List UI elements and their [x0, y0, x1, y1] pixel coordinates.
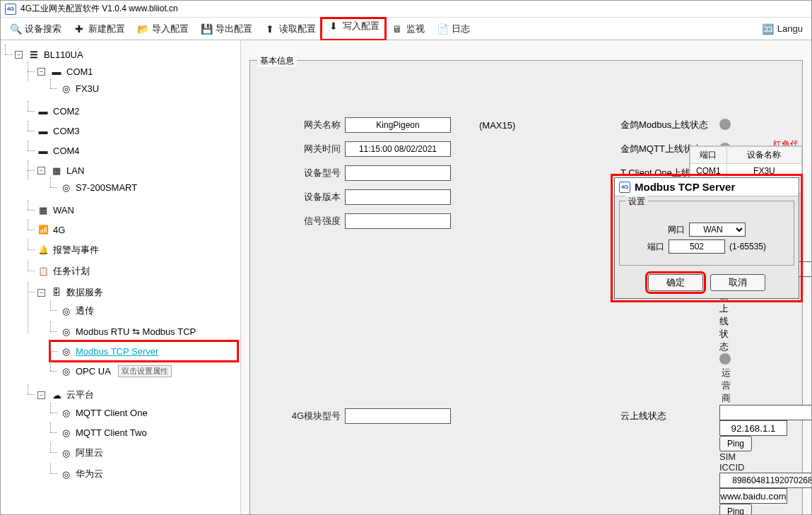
search-icon: 🔍	[9, 23, 22, 35]
export-config-button[interactable]: 💾 导出配置	[194, 20, 258, 38]
tree-aliyun[interactable]: 阿里云	[59, 445, 237, 461]
expander-icon[interactable]: −	[37, 68, 45, 76]
tree-root[interactable]: − BL110UA	[13, 47, 237, 61]
search-devices-button[interactable]: 🔍 设备搜索	[4, 20, 67, 38]
log-icon: 📄	[436, 23, 449, 35]
tree-fx3u[interactable]: FX3U	[59, 81, 237, 95]
status-label-cloud2: 云上线状态	[620, 410, 719, 422]
cancel-button[interactable]: 取消	[710, 274, 765, 291]
tree-task[interactable]: 任务计划	[36, 264, 237, 279]
port-input[interactable]	[669, 239, 725, 254]
service-icon	[60, 345, 71, 357]
tree-com4[interactable]: COM4	[36, 143, 237, 158]
label-iccid: SIM ICCID	[719, 451, 735, 473]
device-icon	[60, 182, 71, 193]
new-icon: ✚	[73, 23, 86, 35]
netport-select[interactable]: WAN	[689, 223, 746, 237]
ping-url-button[interactable]: Ping	[719, 504, 752, 515]
expander-icon[interactable]: −	[37, 391, 45, 399]
tree-com3[interactable]: COM3	[36, 124, 237, 138]
cloud-icon	[51, 389, 62, 401]
tree-mqtt-client-two[interactable]: MQTT Client Two	[59, 425, 237, 439]
app-title: 4G工业网关配置软件 V1.0.4 www.bliiot.cn	[20, 3, 178, 15]
tree-wan[interactable]: WAN	[36, 203, 237, 217]
ping-ip-button[interactable]: Ping	[719, 436, 752, 451]
device-icon	[60, 83, 71, 94]
label-device-type: 设备型号	[260, 167, 345, 179]
label-gateway-name: 网关名称	[260, 119, 345, 131]
status-dot-cloud3	[719, 353, 731, 365]
ok-button[interactable]: 确定	[648, 274, 703, 291]
col-port: 端口	[690, 147, 727, 164]
service-icon	[60, 407, 71, 418]
clipboard-icon	[37, 266, 49, 277]
tree-s7[interactable]: S7-200SMART	[59, 180, 237, 194]
tree-lan[interactable]: − LAN	[36, 163, 237, 177]
device-type-input[interactable]	[345, 165, 451, 181]
tree-modbus-tcp-server[interactable]: Modbus TCP Server	[59, 344, 237, 358]
app-icon: 4G	[5, 4, 16, 15]
label-gateway-time: 网关时间	[260, 143, 345, 155]
folder-open-icon: 📂	[136, 23, 149, 35]
log-button[interactable]: 📄 日志	[430, 20, 476, 38]
dialog-title-text: Modbus TCP Server	[635, 181, 735, 193]
status-label-modbus: 金鸽Modbus上线状态	[620, 119, 719, 131]
gateway-name-input[interactable]	[345, 117, 451, 133]
toolbar: 🔍 设备搜索 ✚ 新建配置 📂 导入配置 💾 导出配置 ⬆ 读取配置 ⬇ 写入配…	[1, 18, 811, 40]
panel-title: 基本信息	[257, 55, 297, 67]
import-config-button[interactable]: 📂 导入配置	[131, 20, 194, 38]
tree-opc-ua[interactable]: OPC UA 双击设置属性	[59, 364, 237, 379]
service-icon	[60, 427, 71, 438]
language-button[interactable]: 🈁 Langu	[756, 20, 808, 38]
tree-com1[interactable]: − COM1	[36, 64, 237, 78]
port-icon	[37, 145, 49, 156]
label-device-version: 设备版本	[260, 191, 345, 203]
tree-mqtt-client-one[interactable]: MQTT Client One	[59, 406, 237, 420]
tree-passthrough[interactable]: 透传	[59, 303, 237, 319]
label-4g-model: 4G模块型号	[260, 410, 345, 422]
lan-icon	[51, 165, 62, 176]
gateway-name-note: (MAX15)	[479, 120, 620, 131]
expander-icon[interactable]: −	[15, 51, 23, 59]
service-icon	[60, 468, 71, 480]
read-config-button[interactable]: ⬆ 读取配置	[258, 20, 322, 38]
ping-url-input[interactable]	[719, 488, 787, 504]
tree-data-service[interactable]: − 数据服务	[36, 285, 237, 300]
g4-model-input[interactable]	[345, 408, 451, 424]
monitor-icon: 🖥	[391, 23, 404, 35]
wan-icon	[37, 204, 49, 215]
dialog-titlebar[interactable]: 4G Modbus TCP Server	[615, 178, 799, 196]
write-config-button[interactable]: ⬇ 写入配置	[322, 18, 385, 40]
tree-com2[interactable]: COM2	[36, 104, 237, 118]
tree-huawei[interactable]: 华为云	[59, 466, 237, 482]
service-icon	[60, 366, 71, 377]
dialog-fieldset-title: 设置	[625, 196, 648, 208]
carrier-input[interactable]	[719, 405, 811, 420]
device-version-input[interactable]	[345, 189, 451, 205]
monitor-button[interactable]: 🖥 监视	[385, 20, 430, 38]
status-dot-modbus	[719, 119, 731, 130]
label-signal: 信号强度	[260, 215, 345, 227]
gateway-time-input[interactable]	[345, 141, 451, 157]
tree-cloud[interactable]: − 云平台	[36, 387, 237, 403]
iccid-input[interactable]	[719, 473, 811, 488]
expander-icon[interactable]: −	[37, 167, 45, 174]
service-icon	[60, 447, 71, 458]
route-ip-input[interactable]	[719, 420, 787, 436]
bell-icon	[37, 244, 49, 256]
antenna-icon	[37, 224, 49, 235]
save-icon: 💾	[200, 23, 213, 35]
new-config-button[interactable]: ✚ 新建配置	[67, 20, 131, 38]
database-icon	[51, 287, 62, 298]
signal-input[interactable]	[345, 213, 451, 229]
port-icon	[37, 105, 49, 117]
service-icon	[60, 326, 71, 337]
device-tree[interactable]: − BL110UA − COM1	[1, 40, 241, 515]
tree-alarm[interactable]: 报警与事件	[36, 242, 237, 258]
expander-icon[interactable]: −	[37, 289, 45, 297]
tree-modbus-rtu-tcp[interactable]: Modbus RTU ⇆ Modbus TCP	[59, 324, 237, 338]
titlebar: 4G 4G工业网关配置软件 V1.0.4 www.bliiot.cn	[1, 1, 811, 18]
tree-4g[interactable]: 4G	[36, 223, 237, 237]
label-netport: 网口	[668, 224, 685, 236]
language-icon: 🈁	[762, 23, 775, 35]
